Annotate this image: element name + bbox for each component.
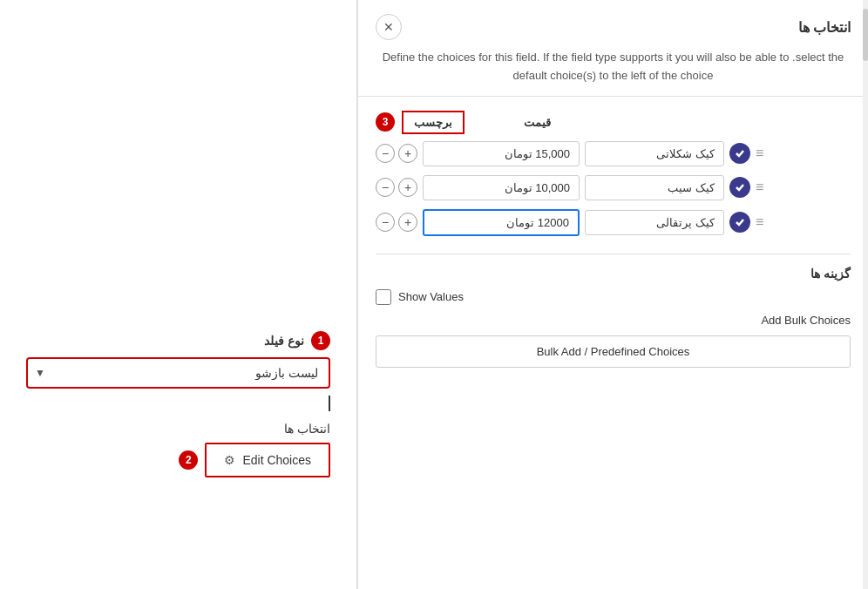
check-button-1[interactable] (729, 143, 750, 164)
bulk-add-button[interactable]: Bulk Add / Predefined Choices (376, 335, 851, 368)
close-button[interactable]: ✕ (376, 14, 402, 40)
add-button-2[interactable]: + (398, 178, 417, 197)
header-top: ✕ انتخاب ها (376, 14, 851, 40)
panel-header: ✕ انتخاب ها Define the choices for this … (358, 0, 868, 97)
add-bulk-label: Add Bulk Choices (376, 314, 851, 327)
check-button-2[interactable] (729, 177, 750, 198)
field-type-label-row: 1 نوع فیلد (264, 331, 330, 350)
row-controls-1: − + (376, 144, 417, 163)
right-panel: ✕ انتخاب ها Define the choices for this … (357, 0, 868, 589)
badge-3: 3 (376, 112, 395, 132)
label-input-3[interactable] (585, 210, 724, 235)
price-input-3[interactable] (423, 209, 580, 236)
badge-2: 2 (179, 450, 198, 470)
field-type-title: نوع فیلد (264, 334, 304, 348)
remove-button-2[interactable]: − (376, 178, 395, 197)
drag-handle-1[interactable]: ≡ (756, 146, 763, 161)
label-input-1[interactable] (585, 141, 724, 166)
field-type-section: 1 نوع فیلد لیست بازشو ▼ انتخاب ها 2 ⚙ Ed… (26, 331, 330, 477)
table-row: − + ≡ (376, 175, 851, 200)
price-input-1[interactable] (423, 141, 580, 166)
scrollbar[interactable] (863, 0, 868, 589)
scroll-thumb (863, 9, 868, 61)
drag-handle-3[interactable]: ≡ (756, 214, 763, 230)
panel-description: Define the choices for this field. If th… (376, 49, 851, 85)
label-col-header-box: برچسب (402, 111, 465, 134)
options-section: گزینه ها Show Values Add Bulk Choices Bu… (376, 254, 851, 368)
remove-button-1[interactable]: − (376, 144, 395, 163)
cursor-indicator (329, 396, 330, 411)
choices-section-label: انتخاب ها (284, 422, 330, 436)
table-row: − + ≡ (376, 209, 851, 236)
remove-button-3[interactable]: − (376, 213, 395, 232)
label-input-2[interactable] (585, 175, 724, 200)
check-button-3[interactable] (729, 212, 750, 233)
edit-choices-label: Edit Choices (242, 453, 311, 467)
show-values-label: Show Values (398, 290, 464, 303)
field-type-dropdown[interactable]: لیست بازشو (26, 357, 330, 389)
add-button-1[interactable]: + (398, 144, 417, 163)
badge-1: 1 (311, 331, 330, 350)
column-headers: قیمت برچسب 3 (376, 111, 851, 134)
edit-choices-button[interactable]: ⚙ Edit Choices (205, 443, 330, 477)
edit-choices-row: 2 ⚙ Edit Choices (179, 443, 330, 477)
drag-handle-2[interactable]: ≡ (756, 179, 763, 195)
row-controls-2: − + (376, 178, 417, 197)
gear-icon: ⚙ (224, 453, 235, 467)
price-input-2[interactable] (423, 175, 580, 200)
show-values-checkbox[interactable] (376, 289, 391, 305)
table-row: − + ≡ (376, 141, 851, 166)
dropdown-wrapper: لیست بازشو ▼ (26, 357, 330, 389)
show-values-row: Show Values (376, 289, 851, 305)
price-col-header: قیمت (524, 116, 551, 129)
row-controls-3: − + (376, 213, 417, 232)
add-button-3[interactable]: + (398, 213, 417, 232)
panel-content: قیمت برچسب 3 − + ≡ − + (358, 97, 868, 589)
options-title: گزینه ها (376, 267, 851, 281)
panel-title: انتخاب ها (798, 19, 851, 36)
left-panel: 1 نوع فیلد لیست بازشو ▼ انتخاب ها 2 ⚙ Ed… (0, 0, 357, 589)
